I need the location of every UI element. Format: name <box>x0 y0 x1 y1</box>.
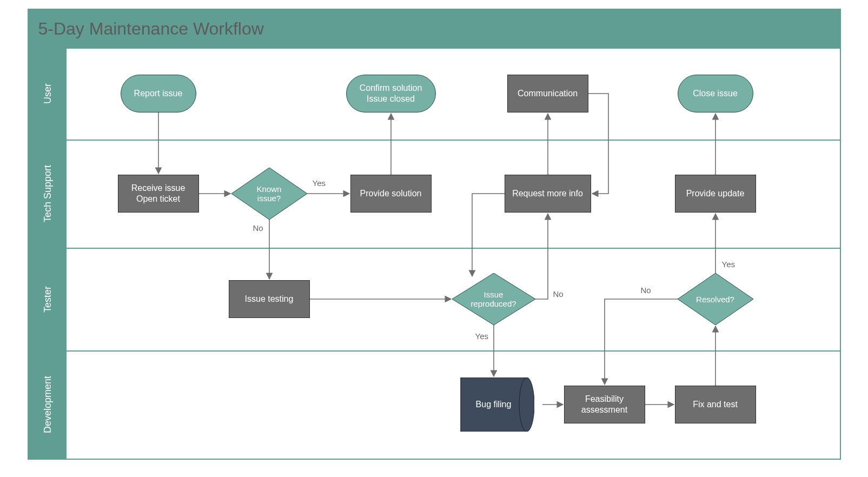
node-request-more-info[interactable]: Request more info <box>505 175 591 213</box>
lane-label: Development <box>42 376 53 433</box>
lane-separator <box>29 248 840 249</box>
edge-label-no: No <box>553 289 564 299</box>
edge-label-yes: Yes <box>313 178 326 188</box>
edge-label-no: No <box>253 223 263 233</box>
node-provide-solution[interactable]: Provide solution <box>350 175 432 213</box>
node-fix-and-test[interactable]: Fix and test <box>675 386 756 423</box>
edge-label-yes: Yes <box>722 260 735 269</box>
node-issue-reproduced[interactable]: Issue reproduced? <box>452 273 535 325</box>
lane-label: Tester <box>42 286 53 312</box>
lane-separator <box>29 350 840 352</box>
node-label: Fix and test <box>693 399 738 410</box>
node-receive-issue[interactable]: Receive issue Open ticket <box>118 175 199 213</box>
node-label: Known issue? <box>257 184 282 203</box>
node-report-issue[interactable]: Report issue <box>121 75 196 112</box>
node-feasibility[interactable]: Feasibility assessment <box>564 386 645 423</box>
node-issue-testing[interactable]: Issue testing <box>229 280 310 318</box>
node-close-issue[interactable]: Close issue <box>678 75 753 112</box>
node-label: Receive issue Open ticket <box>131 183 185 204</box>
node-label-line: Open ticket <box>136 194 180 203</box>
edge-label-no: No <box>641 286 651 295</box>
diagram-canvas: 5-Day Maintenance Workflow User Tech Sup… <box>28 9 841 460</box>
lane-tech-support: Tech Support <box>29 140 67 248</box>
lane-label: Tech Support <box>42 165 53 222</box>
node-label: Issue reproduced? <box>471 290 516 308</box>
node-confirm-solution[interactable]: Confirm solution Issue closed <box>346 75 436 112</box>
node-label: Provide solution <box>360 188 422 199</box>
node-label: Request more info <box>512 188 583 199</box>
title-bar: 5-Day Maintenance Workflow <box>29 10 840 48</box>
node-known-issue[interactable]: Known issue? <box>231 168 307 220</box>
node-label: Confirm solution Issue closed <box>360 83 422 104</box>
node-label: Bug filing <box>476 400 512 409</box>
node-label: Communication <box>518 88 578 99</box>
node-communication[interactable]: Communication <box>507 75 588 112</box>
node-label-line: Issue closed <box>367 94 415 103</box>
node-label: Issue testing <box>245 294 294 304</box>
edge-label-yes: Yes <box>475 332 488 341</box>
node-bug-filing[interactable]: Bug filing <box>453 377 534 432</box>
node-label: Feasibility assessment <box>570 394 639 415</box>
page-title: 5-Day Maintenance Workflow <box>38 19 264 39</box>
lane-tester: Tester <box>29 248 67 350</box>
node-label: Resolved? <box>696 295 734 304</box>
node-label-line: Receive issue <box>131 183 185 193</box>
lane-separator <box>29 48 840 49</box>
node-label: Close issue <box>693 88 738 99</box>
node-provide-update[interactable]: Provide update <box>675 175 756 213</box>
lane-development: Development <box>29 350 67 459</box>
lane-user: User <box>29 48 67 140</box>
node-label: Report issue <box>134 88 183 99</box>
lane-separator <box>29 140 840 141</box>
node-label: Provide update <box>686 188 745 199</box>
node-label-line: Confirm solution <box>360 83 422 92</box>
node-resolved[interactable]: Resolved? <box>678 273 753 325</box>
lane-label: User <box>42 83 53 104</box>
